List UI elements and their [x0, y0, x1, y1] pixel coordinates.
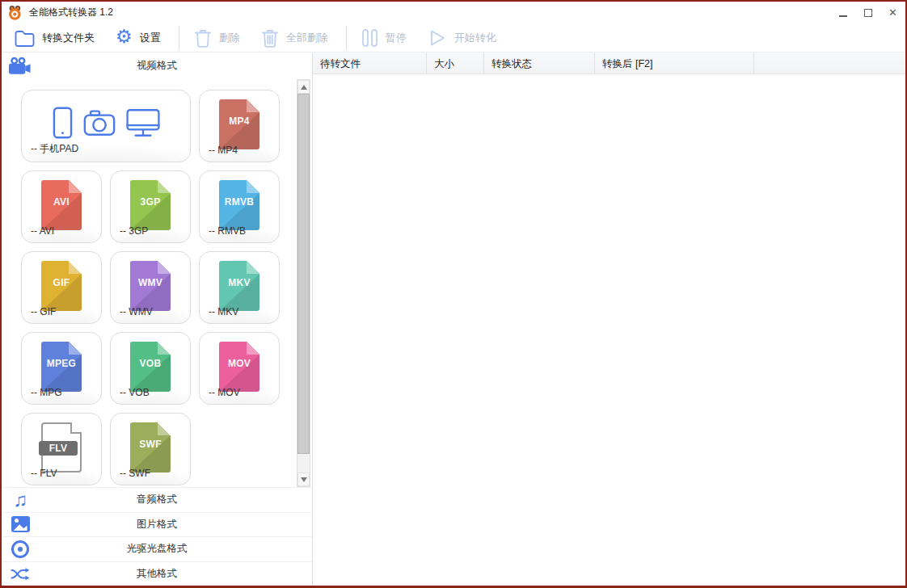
format-card[interactable]: WMV -- WMV [110, 251, 191, 324]
delete-button[interactable]: 删除 [194, 28, 240, 48]
file-type-icon: RMVB [219, 180, 259, 230]
format-card-label: -- FLV [31, 468, 57, 479]
file-type-icon: AVI [41, 180, 82, 230]
format-card[interactable]: GIF -- GIF [21, 251, 102, 324]
format-card-label: -- RMVB [209, 225, 246, 237]
trash-icon [194, 28, 212, 48]
toolbar-separator [179, 26, 179, 50]
scrollbar-track[interactable] [297, 454, 310, 472]
file-type-icon: GIF [41, 261, 82, 311]
format-card[interactable]: SWF -- SWF [110, 413, 191, 485]
file-type-badge: SWF [130, 439, 171, 450]
convert-folder-label: 转换文件夹 [42, 31, 95, 45]
format-grid: -- 手机PAD MP4 -- MP4 AVI -- AVI [21, 90, 280, 485]
delete-label: 删除 [219, 31, 240, 45]
format-card[interactable]: FLV -- FLV [21, 413, 102, 485]
section-disc-formats[interactable]: 光驱光盘格式 [2, 536, 312, 561]
play-icon [428, 28, 447, 48]
file-type-badge: MKV [219, 277, 259, 288]
folder-icon [15, 29, 35, 47]
window-title: 全能格式转换器 1.2 [29, 6, 113, 19]
file-type-badge: GIF [41, 277, 82, 288]
format-card[interactable]: RMVB -- RMVB [199, 170, 280, 243]
format-card-label: -- 3GP [120, 225, 148, 237]
toolbar: 转换文件夹 ⚙ 设置 删除 全部删除 [2, 23, 905, 52]
format-card-label: -- AVI [31, 225, 54, 237]
format-card[interactable]: MPEG -- MPG [21, 332, 102, 405]
section-image-formats[interactable]: 图片格式 [2, 512, 312, 537]
settings-button[interactable]: ⚙ 设置 [116, 29, 161, 46]
scroll-down-button[interactable] [297, 472, 310, 486]
music-note-icon: ♫ [10, 489, 31, 510]
image-formats-label: 图片格式 [2, 518, 312, 531]
bottom-nav: ♫ 音频格式 图片格式 光驱光盘格式 [2, 487, 312, 586]
sidebar-scrollbar[interactable] [297, 79, 310, 487]
file-type-icon: MKV [219, 261, 259, 311]
file-type-icon: 3GP [130, 180, 171, 230]
start-convert-label: 开始转化 [454, 31, 496, 45]
convert-folder-button[interactable]: 转换文件夹 [15, 29, 95, 47]
table-header: 待转文件 大小 转换状态 转换后 [F2] [313, 52, 905, 74]
format-card[interactable]: MKV -- MKV [199, 251, 280, 324]
arrow-up-icon [301, 85, 307, 90]
file-type-badge: RMVB [219, 196, 259, 208]
section-other-formats[interactable]: 其他格式 [2, 561, 312, 586]
audio-formats-label: 音频格式 [2, 493, 312, 506]
column-header-size[interactable]: 大小 [427, 52, 484, 74]
settings-label: 设置 [140, 31, 161, 45]
file-type-badge: VOB [130, 358, 171, 369]
content-area: 视频格式 [2, 52, 905, 586]
column-header-pending-file[interactable]: 待转文件 [313, 52, 427, 74]
app-window: 全能格式转换器 1.2 ✕ 转换文件夹 ⚙ 设置 [0, 0, 907, 588]
file-type-icon: MPEG [41, 342, 82, 392]
scrollbar-thumb[interactable] [297, 94, 310, 454]
toolbar-separator [346, 26, 347, 50]
shuffle-icon [10, 563, 31, 584]
file-type-badge: MP4 [219, 116, 259, 127]
pause-label: 暂停 [386, 31, 407, 45]
format-card-label: -- WMV [120, 306, 153, 317]
maximize-icon [864, 9, 872, 17]
file-table: 待转文件 大小 转换状态 转换后 [F2] [313, 52, 905, 586]
section-audio-formats[interactable]: ♫ 音频格式 [2, 487, 312, 512]
scroll-up-button[interactable] [297, 80, 310, 94]
file-type-badge: WMV [130, 277, 171, 288]
format-card-label: -- MP4 [209, 145, 238, 156]
format-grid-region: -- 手机PAD MP4 -- MP4 AVI -- AVI [2, 79, 312, 487]
format-card[interactable]: MOV -- MOV [199, 332, 280, 405]
section-video-formats[interactable]: 视频格式 [2, 52, 312, 79]
format-card[interactable]: 3GP -- 3GP [110, 170, 191, 243]
delete-all-button[interactable]: 全部删除 [261, 28, 328, 48]
format-card-label: -- MOV [209, 387, 240, 398]
format-card[interactable]: MP4 -- MP4 [199, 90, 280, 162]
app-icon [7, 5, 23, 20]
file-list-area[interactable] [313, 74, 905, 586]
maximize-button[interactable] [855, 2, 880, 23]
format-sidebar: 视频格式 [2, 52, 313, 586]
pause-button[interactable]: 暂停 [361, 28, 407, 48]
column-header-output[interactable]: 转换后 [F2] [595, 52, 754, 74]
format-card-label: -- GIF [31, 306, 56, 317]
format-card-label: -- MPG [31, 387, 62, 398]
format-card[interactable]: AVI -- AVI [21, 170, 102, 243]
phone-icon [53, 107, 73, 142]
disc-formats-label: 光驱光盘格式 [2, 542, 312, 556]
format-card-label: -- SWF [120, 468, 150, 479]
disc-icon [10, 539, 31, 560]
file-type-badge: 3GP [130, 196, 171, 208]
file-type-badge: MPEG [41, 358, 82, 369]
file-type-icon: VOB [130, 342, 171, 392]
start-convert-button[interactable]: 开始转化 [428, 28, 496, 48]
trash-all-icon [261, 28, 279, 48]
format-card-devices[interactable]: -- 手机PAD [21, 90, 191, 162]
file-type-badge: FLV [39, 441, 78, 456]
format-card[interactable]: VOB -- VOB [110, 332, 191, 405]
close-button[interactable]: ✕ [880, 2, 905, 23]
pause-icon [361, 28, 378, 48]
camera-icon [83, 110, 116, 140]
minimize-icon [839, 15, 847, 17]
file-type-badge: AVI [41, 196, 82, 208]
column-header-status[interactable]: 转换状态 [484, 52, 595, 74]
minimize-button[interactable] [830, 2, 855, 23]
file-type-badge: MOV [219, 358, 259, 369]
